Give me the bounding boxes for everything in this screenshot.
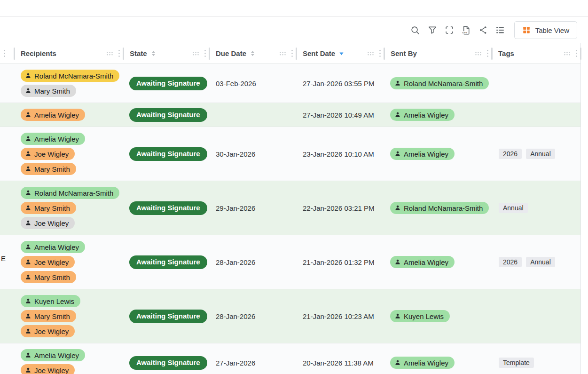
- column-header-sent_by[interactable]: Sent By: [384, 43, 492, 64]
- drag-handle-icon[interactable]: [564, 51, 571, 56]
- recipient-name: Joe Wigley: [34, 258, 69, 266]
- state-badge: Awaiting Signature: [129, 77, 207, 90]
- recipient-name: Mary Smith: [34, 87, 70, 95]
- person-icon: [25, 88, 31, 94]
- recipient-name: Joe Wigley: [34, 366, 69, 374]
- list-view-icon[interactable]: [494, 24, 506, 36]
- grid-icon: [522, 26, 531, 34]
- data-table: RecipientsStateDue DateSent DateSent ByT…: [0, 43, 581, 374]
- recipient-name: Roland McNamara-Smith: [34, 72, 113, 80]
- sent-by-cell: Kuyen Lewis: [384, 310, 492, 322]
- drag-handle-icon[interactable]: [475, 51, 482, 56]
- column-menu-icon[interactable]: [486, 49, 489, 57]
- recipient-chip: Roland McNamara-Smith: [390, 202, 489, 214]
- recipient-chip: Amelia Wigley: [390, 148, 455, 160]
- recipient-name: Amelia Wigley: [404, 111, 448, 119]
- export-csv-icon[interactable]: csv: [461, 24, 472, 36]
- column-menu-icon[interactable]: [118, 49, 120, 57]
- due-date-cell: 28-Jan-2026: [210, 312, 297, 320]
- recipient-name: Amelia Wigley: [34, 111, 79, 119]
- recipients-cell: Amelia WigleyJoe WigleyMary Smith: [15, 127, 124, 181]
- table-body: Roland McNamara-SmithMary SmithAwaiting …: [0, 64, 580, 374]
- recipient-name: Amelia Wigley: [404, 359, 448, 367]
- drag-handle-icon[interactable]: [279, 51, 286, 56]
- due-date-cell: 27-Jan-2026: [210, 359, 297, 367]
- person-icon: [25, 205, 31, 211]
- recipient-chip: Amelia Wigley: [390, 109, 455, 121]
- drag-handle-icon[interactable]: [106, 51, 113, 56]
- tag-badge: 2026: [499, 149, 522, 159]
- column-header-due_date[interactable]: Due Date: [210, 43, 297, 64]
- sent-by-cell: Amelia Wigley: [384, 256, 492, 268]
- person-icon: [395, 360, 400, 366]
- recipient-chip: Joe Wigley: [21, 148, 75, 160]
- table-row[interactable]: Roland McNamara-SmithMary SmithAwaiting …: [0, 64, 580, 103]
- recipient-chip: Mary Smith: [21, 202, 76, 214]
- state-cell: Awaiting Signature: [124, 77, 210, 90]
- tags-cell: 2026Annual: [492, 257, 581, 267]
- column-header-recipients[interactable]: Recipients: [15, 43, 124, 64]
- column-menu-icon[interactable]: [575, 49, 578, 57]
- recipient-chip: Kuyen Lewis: [21, 295, 80, 307]
- recipient-name: Amelia Wigley: [34, 135, 79, 143]
- recipients-cell: Roland McNamara-SmithMary SmithJoe Wigle…: [15, 181, 124, 235]
- recipient-chip: Roland McNamara-Smith: [21, 187, 119, 199]
- column-header-tags[interactable]: Tags: [492, 43, 581, 64]
- tags-cell: 2026Annual: [492, 149, 581, 159]
- recipient-chip: Amelia Wigley: [390, 256, 455, 268]
- column-menu-icon[interactable]: [291, 49, 293, 57]
- due-date-cell: 03-Feb-2026: [210, 80, 297, 88]
- person-icon: [25, 274, 31, 280]
- column-tools: [279, 49, 297, 57]
- share-icon[interactable]: [478, 24, 489, 36]
- fullscreen-icon[interactable]: [444, 24, 455, 36]
- filter-icon[interactable]: [427, 24, 438, 36]
- table-view-button[interactable]: Table View: [514, 21, 577, 39]
- column-label-state: State: [130, 49, 147, 57]
- column-tools: [106, 49, 124, 57]
- sent-by-cell: Amelia Wigley: [384, 148, 492, 160]
- recipient-name: Kuyen Lewis: [404, 312, 444, 320]
- state-badge: Awaiting Signature: [129, 147, 207, 161]
- search-icon[interactable]: [410, 24, 421, 36]
- column-label-sent_date: Sent Date: [303, 49, 335, 57]
- recipient-chip: Mary Smith: [21, 271, 76, 283]
- column-header-sent_date[interactable]: Sent Date: [297, 43, 384, 64]
- sent-by-cell: Amelia Wigley: [384, 357, 492, 369]
- sort-desc-icon: [338, 52, 345, 56]
- row-menu-icon[interactable]: [3, 49, 6, 57]
- sent-by-cell: Roland McNamara-Smith: [384, 202, 492, 214]
- person-icon: [25, 151, 31, 157]
- recipient-name: Roland McNamara-Smith: [404, 80, 483, 88]
- sent-date-cell: 21-Jan-2026 10:23 AM: [297, 312, 384, 320]
- recipient-name: Amelia Wigley: [34, 243, 79, 251]
- drag-handle-icon[interactable]: [192, 51, 199, 56]
- stray-text: E: [1, 255, 6, 263]
- table-row[interactable]: Amelia WigleyJoe WigleyMary SmithAwaitin…: [0, 127, 580, 181]
- table-row[interactable]: Kuyen LewisMary SmithJoe WigleyAwaiting …: [0, 289, 580, 343]
- column-menu-icon[interactable]: [379, 49, 381, 57]
- column-header-state[interactable]: State: [124, 43, 210, 64]
- recipient-name: Mary Smith: [34, 165, 70, 173]
- state-badge: Awaiting Signature: [129, 255, 207, 269]
- toolbar: csv Table View: [0, 17, 588, 43]
- recipient-name: Joe Wigley: [34, 150, 69, 158]
- person-icon: [395, 151, 400, 157]
- person-icon: [25, 73, 31, 79]
- table-row[interactable]: Amelia WigleyAwaiting Signature27-Jan-20…: [0, 103, 580, 127]
- table-row[interactable]: Amelia WigleyJoe WigleyAwaiting Signatur…: [0, 343, 580, 374]
- column-tools: [192, 49, 210, 57]
- sort-icon: [250, 50, 256, 57]
- tags-cell: Template: [492, 358, 581, 368]
- column-menu-icon[interactable]: [204, 49, 206, 57]
- drag-handle-icon[interactable]: [367, 51, 374, 56]
- recipient-name: Amelia Wigley: [404, 258, 448, 266]
- sent-by-cell: Amelia Wigley: [384, 109, 492, 121]
- recipient-chip: Kuyen Lewis: [390, 310, 450, 322]
- state-badge: Awaiting Signature: [129, 108, 207, 122]
- documents-table-page: csv Table View RecipientsStateDue DateSe…: [0, 0, 588, 374]
- table-row[interactable]: Amelia WigleyJoe WigleyMary SmithAwaitin…: [0, 235, 580, 289]
- table-row[interactable]: Roland McNamara-SmithMary SmithJoe Wigle…: [0, 181, 580, 235]
- recipient-chip: Roland McNamara-Smith: [390, 77, 489, 89]
- recipient-name: Amelia Wigley: [34, 351, 79, 359]
